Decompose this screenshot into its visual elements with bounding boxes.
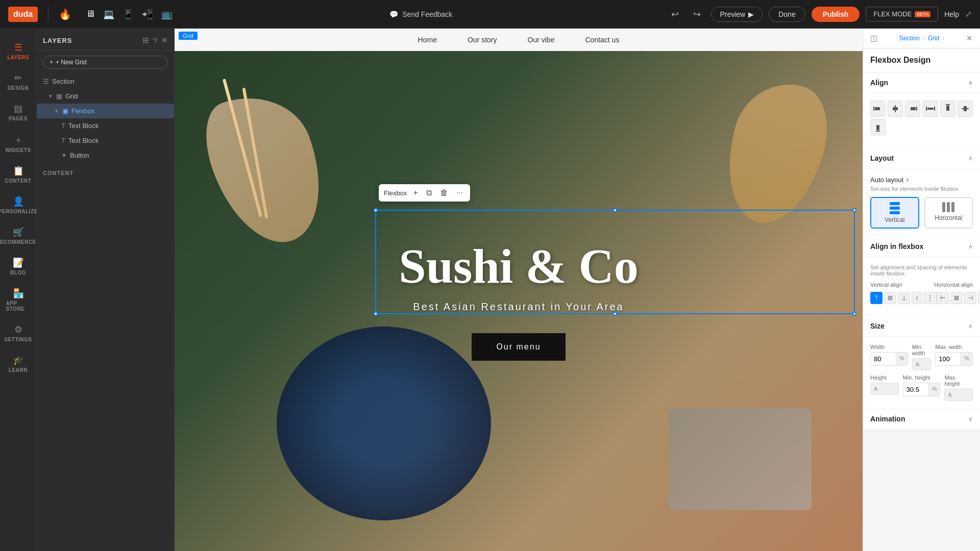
horizontal-layout-label: Horizontal [935,214,962,221]
auto-layout-label: Auto layout ∧ [870,176,973,184]
hero-menu-button[interactable]: Our menu [472,333,565,361]
sidebar-item-content[interactable]: 📋 CONTENT [2,160,35,189]
redo-button[interactable]: ↪ [689,7,705,22]
hero-title: Sushi & Co [399,242,639,291]
send-feedback-btn[interactable]: 💬 Send Feedback [183,10,659,18]
hero-subtitle: Best Asian Restaurant in Your Area [399,301,639,313]
valign-center-btn[interactable]: ⊞ [884,292,896,304]
align-flexbox-header[interactable]: Align in flexbox ∧ [863,236,980,257]
sidebar-item-ecommerce[interactable]: 🛒 ECOMMERCE [2,221,35,250]
sidebar-item-layers[interactable]: ☰ LAYERS [2,37,35,65]
special-icon[interactable]: 🔥 [59,8,71,20]
flexbox-more-button[interactable]: ··· [454,187,465,198]
right-close-icon[interactable]: ✕ [966,34,973,43]
layer-item-section[interactable]: ☰ Section [37,74,174,89]
done-button[interactable]: Done [769,7,805,22]
blog-label: BLOG [10,270,26,276]
valign-bottom-btn[interactable]: ⊥ [898,292,910,304]
align-center-v-btn[interactable] [958,101,973,117]
expand-icon[interactable]: ⤢ [965,9,972,19]
sidebar-item-learn[interactable]: 🎓 LEARN [2,349,35,378]
layer-item-textblock1[interactable]: T Text Block [37,118,174,133]
height-auto[interactable]: A [870,383,899,395]
tablet-icon[interactable]: 📱 [120,7,136,22]
align-center-h-btn[interactable] [888,101,903,117]
halign-right-btn[interactable]: ⊣ [964,292,976,304]
sidebar-item-blog[interactable]: 📝 BLOG [2,252,35,281]
tv-icon[interactable]: 📺 [159,7,175,22]
breadcrumb: Section › Grid › [899,35,945,42]
layer-item-textblock2[interactable]: T Text Block [37,133,174,148]
layers-help-icon[interactable]: ? [153,36,157,45]
nav-story[interactable]: Our story [468,36,497,44]
undo-button[interactable]: ↩ [667,7,683,22]
breadcrumb-section[interactable]: Section [899,35,920,42]
flexbox-copy-button[interactable]: ⧉ [424,187,434,198]
min-width-auto[interactable]: A [912,358,931,370]
align-left-btn[interactable] [870,101,886,117]
sidebar-item-widgets[interactable]: ＋ WIDGETS [2,129,35,158]
nav-vibe[interactable]: Our vibe [528,36,555,44]
halign-stretch-btn[interactable]: ↔ [978,292,980,304]
widgets-label: WIDGETS [5,147,31,153]
sidebar-item-pages[interactable]: ▤ PAGES [2,98,35,127]
valign-space-btn[interactable]: ⋮ [923,292,937,304]
layout-section-header[interactable]: Layout ∧ [863,148,980,169]
personalize-icon: 👤 [13,196,24,207]
new-grid-button[interactable]: + + New Grid [43,56,168,69]
publish-button[interactable]: Publish [812,7,860,22]
max-width-input[interactable] [935,352,961,366]
monitor-icon[interactable]: 💻 [101,7,116,22]
valign-top-btn[interactable]: ⊤ [870,292,883,304]
layer-item-flexbox[interactable]: ▾ ▣ Flexbox [37,104,174,118]
halign-left-btn[interactable]: ⊢ [937,292,949,304]
max-width-unit: % [961,352,973,366]
sidebar-item-design[interactable]: ✏ DESIGN [2,67,35,96]
canvas-area[interactable]: Grid Home Our story Our vibe Contact us [175,29,863,551]
layout-vertical-btn[interactable]: Vertical [870,197,919,229]
max-width-field: Max. width % [935,344,973,370]
size-section-header[interactable]: Size ∧ [863,316,980,337]
halign-center-btn[interactable]: ⊠ [950,292,963,304]
align-section-header[interactable]: Align ∧ [863,72,980,93]
size-section: Size ∧ Width % Min. width A [863,316,980,408]
max-height-auto[interactable]: A [944,389,973,401]
right-sushi [669,408,812,510]
breadcrumb-grid[interactable]: Grid [928,35,940,42]
duda-logo[interactable]: duda [8,7,38,22]
valign-stretch-btn[interactable]: ↕ [912,292,922,304]
collapse-icon-area[interactable]: ◫ [870,34,877,43]
layout-horizontal-btn[interactable]: Horizontal [924,197,973,229]
content-label: CONTENT [5,178,32,184]
layers-close-icon[interactable]: ✕ [161,36,168,45]
animation-section-header[interactable]: Animation ∨ [863,409,980,430]
align-justify-btn[interactable] [922,101,938,117]
help-button[interactable]: Help [944,10,959,18]
width-unit: % [896,352,908,366]
align-bottom-btn[interactable] [870,119,886,135]
align-right-btn[interactable] [905,101,920,117]
auto-layout-text: Auto layout [870,176,903,184]
align-top-btn[interactable] [940,101,955,117]
layer-item-grid[interactable]: ▾ ▦ Grid [37,89,174,104]
flexbox-add-button[interactable]: + [411,187,420,198]
width-input[interactable] [870,352,896,366]
layer-item-button[interactable]: ✦ Button [37,148,174,163]
sidebar-item-settings[interactable]: ⚙ SETTINGS [2,319,35,347]
max-height-field: Max. height A [944,374,973,401]
mobile-icon[interactable]: 📲 [140,7,155,22]
appstore-label: APP STORE [6,300,31,312]
sidebar-item-appstore[interactable]: 🏪 APP STORE [2,283,35,317]
nav-contact[interactable]: Contact us [585,36,619,44]
layers-grid-icon[interactable]: ⊞ [142,36,149,45]
desktop-icon[interactable]: 🖥 [84,7,97,21]
settings-label: SETTINGS [5,337,32,342]
nav-home[interactable]: Home [418,36,437,44]
max-height-label: Max. height [944,374,973,387]
sidebar-item-personalize[interactable]: 👤 PERSONALIZE [2,191,35,219]
min-height-input[interactable] [903,383,928,396]
flexbox-delete-button[interactable]: 🗑 [438,187,450,198]
preview-button[interactable]: Preview ▶ [711,7,763,22]
width-label: Width [870,344,908,350]
flexmode-button[interactable]: FLEX MODE BETA [866,7,938,21]
